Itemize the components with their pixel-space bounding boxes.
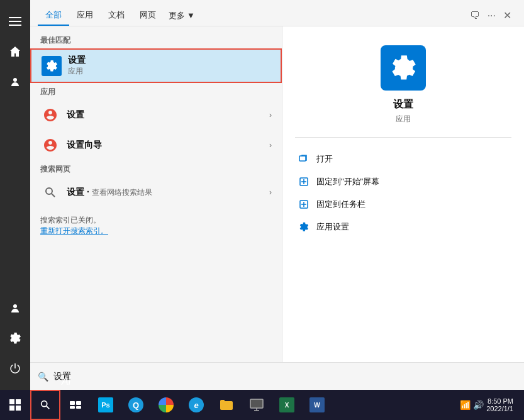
svg-rect-18 bbox=[70, 406, 75, 409]
action-pin-taskbar-label: 固定到任务栏 bbox=[316, 199, 365, 210]
action-app-settings[interactable]: 应用设置 bbox=[295, 216, 511, 238]
action-pin-start-label: 固定到"开始"屏幕 bbox=[316, 176, 379, 187]
apps-section-label: 应用 bbox=[30, 83, 282, 100]
web-item-title: 设置 · 查看网络搜索结果 bbox=[67, 187, 269, 198]
svg-rect-20 bbox=[250, 399, 263, 408]
search-bar-icon: 🔍 bbox=[38, 372, 48, 382]
svg-point-4 bbox=[13, 304, 17, 308]
app-item-guide-title: 设置向导 bbox=[67, 140, 269, 151]
best-match-item[interactable]: 设置 应用 bbox=[30, 48, 282, 83]
svg-line-6 bbox=[52, 194, 55, 197]
detail-panel: 设置 应用 打开 bbox=[282, 26, 524, 362]
tab-docs[interactable]: 文档 bbox=[101, 6, 132, 26]
best-match-label: 最佳匹配 bbox=[30, 31, 282, 48]
sidebar-menu-icon[interactable] bbox=[0, 6, 30, 36]
more-options-icon[interactable]: ··· bbox=[488, 10, 496, 21]
tabs-row: 全部 应用 文档 网页 更多 ▼ 🗨 ··· ✕ bbox=[30, 0, 524, 26]
detail-subtitle: 应用 bbox=[396, 114, 411, 124]
feedback-icon[interactable]: 🗨 bbox=[470, 10, 480, 21]
best-match-text: 设置 应用 bbox=[68, 55, 270, 77]
task-view-button[interactable] bbox=[60, 390, 91, 420]
arrow-icon-3: › bbox=[269, 188, 272, 197]
sidebar-person-icon[interactable] bbox=[0, 293, 30, 323]
open-icon bbox=[298, 153, 310, 165]
action-app-settings-label: 应用设置 bbox=[316, 221, 349, 233]
excel-icon[interactable]: X bbox=[272, 390, 302, 420]
web-search-item[interactable]: 设置 · 查看网络搜索结果 › bbox=[30, 177, 282, 207]
sidebar-power-icon[interactable] bbox=[0, 353, 30, 384]
svg-rect-12 bbox=[9, 406, 14, 411]
app-item-settings-guide[interactable]: 设置向导 › bbox=[30, 130, 282, 160]
sidebar-account-icon[interactable] bbox=[0, 67, 30, 97]
detail-title: 设置 bbox=[393, 98, 413, 111]
detail-actions: 打开 固定到"开始"屏幕 bbox=[295, 148, 511, 238]
chevron-down-icon: ▼ bbox=[187, 11, 195, 20]
chrome-icon[interactable] bbox=[151, 390, 181, 420]
taskbar: Ps Q e X W 📶 🔊 8:50 PM 2022/1/1 bbox=[0, 390, 524, 420]
arrow-icon-1: › bbox=[269, 111, 272, 119]
app-item-text: 设置 bbox=[67, 109, 269, 121]
search-bar: 🔍 bbox=[30, 362, 524, 390]
svg-rect-13 bbox=[16, 406, 21, 411]
pin-start-icon bbox=[298, 175, 310, 188]
action-open[interactable]: 打开 bbox=[295, 148, 511, 170]
tab-more[interactable]: 更多 ▼ bbox=[164, 6, 200, 25]
app-settings-icon bbox=[40, 105, 60, 125]
action-pin-start[interactable]: 固定到"开始"屏幕 bbox=[295, 170, 511, 193]
arrow-icon-2: › bbox=[269, 141, 272, 150]
action-open-label: 打开 bbox=[316, 153, 333, 165]
svg-rect-11 bbox=[16, 399, 21, 404]
svg-rect-1 bbox=[9, 21, 21, 22]
web-search-label: 搜索网页 bbox=[30, 160, 282, 177]
results-panel: 最佳匹配 设置 应用 应用 bbox=[30, 26, 524, 362]
ai-label: Ai bbox=[62, 376, 70, 387]
svg-line-15 bbox=[47, 406, 50, 409]
sidebar-home-icon[interactable] bbox=[0, 36, 30, 67]
detail-divider bbox=[295, 137, 511, 138]
ie-icon[interactable]: e bbox=[181, 390, 211, 420]
web-item-text: 设置 · 查看网络搜索结果 bbox=[67, 187, 269, 198]
web-search-icon bbox=[40, 182, 60, 202]
search-content: 全部 应用 文档 网页 更多 ▼ 🗨 ··· ✕ 最佳匹配 bbox=[30, 0, 524, 390]
pin-taskbar-icon bbox=[298, 198, 310, 211]
quicktime-icon[interactable]: Q bbox=[121, 390, 151, 420]
taskbar-network-icon[interactable]: 📶 bbox=[460, 400, 471, 410]
settings-app-icon bbox=[42, 56, 62, 76]
tab-apps[interactable]: 应用 bbox=[69, 6, 101, 26]
tab-web[interactable]: 网页 bbox=[132, 6, 164, 26]
best-match-title: 设置 bbox=[68, 55, 270, 66]
sidebar bbox=[0, 0, 30, 390]
svg-rect-17 bbox=[76, 401, 81, 405]
sidebar-gear-icon[interactable] bbox=[0, 323, 30, 353]
taskbar-clock[interactable]: 8:50 PM 2022/1/1 bbox=[486, 397, 513, 412]
svg-rect-10 bbox=[9, 399, 14, 404]
tab-all[interactable]: 全部 bbox=[38, 6, 69, 26]
word-icon[interactable]: W bbox=[302, 390, 332, 420]
app-item-guide-text: 设置向导 bbox=[67, 140, 269, 151]
folder-icon[interactable] bbox=[211, 390, 242, 420]
taskbar-right: 📶 🔊 8:50 PM 2022/1/1 bbox=[460, 397, 524, 412]
best-match-subtitle: 应用 bbox=[68, 66, 270, 77]
start-menu: 全部 应用 文档 网页 更多 ▼ 🗨 ··· ✕ 最佳匹配 bbox=[0, 0, 524, 390]
start-button[interactable] bbox=[0, 390, 30, 420]
app-item-title: 设置 bbox=[67, 109, 269, 121]
detail-app-icon bbox=[381, 45, 426, 91]
search-notice: 搜索索引已关闭。 重新打开搜索索引。 bbox=[30, 207, 282, 239]
svg-point-3 bbox=[13, 78, 17, 82]
app-item-settings[interactable]: 设置 › bbox=[30, 100, 282, 130]
taskbar-search-button[interactable] bbox=[30, 390, 60, 420]
reopen-index-link[interactable]: 重新打开搜索索引。 bbox=[40, 226, 108, 235]
svg-rect-0 bbox=[9, 17, 21, 18]
app-settings-guide-icon bbox=[40, 135, 60, 155]
results-list: 最佳匹配 设置 应用 应用 bbox=[30, 26, 282, 362]
svg-rect-16 bbox=[70, 401, 75, 405]
taskbar-volume-icon[interactable]: 🔊 bbox=[473, 400, 484, 410]
photoshop-icon[interactable]: Ps bbox=[91, 390, 121, 420]
svg-point-14 bbox=[42, 401, 47, 407]
action-pin-taskbar[interactable]: 固定到任务栏 bbox=[295, 193, 511, 216]
search-input[interactable] bbox=[53, 372, 516, 382]
svg-rect-7 bbox=[299, 156, 306, 161]
monitor-icon[interactable] bbox=[242, 390, 272, 420]
close-icon[interactable]: ✕ bbox=[503, 9, 511, 21]
svg-rect-2 bbox=[9, 25, 21, 26]
